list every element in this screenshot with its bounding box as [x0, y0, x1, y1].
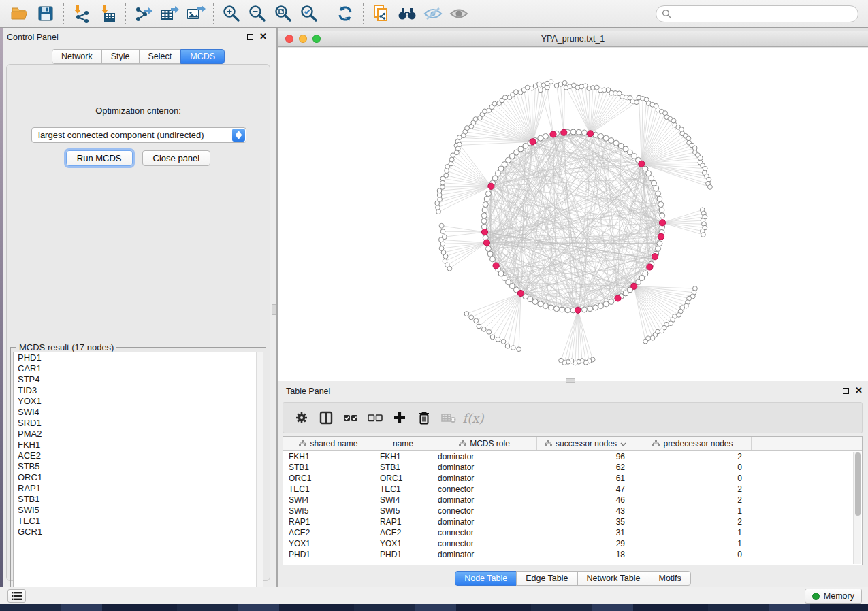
show-columns-icon[interactable] — [317, 409, 335, 427]
open-file-icon[interactable] — [7, 2, 33, 25]
table-row-PHD1[interactable]: PHD1PHD1dominator180 — [283, 549, 862, 560]
mcds-result-list[interactable]: PHD1CAR1STP4TID3YOX1SWI4SRD1PMA2FKH1ACE2… — [13, 352, 263, 597]
cell-predecessor_nodes[interactable]: 1 — [634, 538, 752, 549]
mcds-node-item[interactable]: TEC1 — [14, 516, 263, 527]
refresh-icon[interactable] — [332, 2, 358, 25]
table-row-FKH1[interactable]: FKH1FKH1dominator962 — [283, 451, 862, 462]
cell-predecessor_nodes[interactable]: 2 — [634, 484, 752, 495]
cell-predecessor_nodes[interactable]: 1 — [634, 527, 752, 538]
cell-successor_nodes[interactable]: 31 — [537, 527, 634, 538]
cell-predecessor_nodes[interactable]: 0 — [634, 549, 752, 560]
close-table-panel-icon[interactable]: ✕ — [855, 387, 863, 394]
mcds-node-item[interactable]: YOX1 — [14, 396, 263, 407]
cell-mcds_role[interactable]: dominator — [432, 516, 537, 527]
table-scrollbar-thumb[interactable] — [855, 452, 861, 516]
cell-name[interactable]: STB1 — [374, 462, 432, 473]
cell-predecessor_nodes[interactable]: 0 — [634, 462, 752, 473]
cell-name[interactable]: RAP1 — [374, 516, 432, 527]
table-row-ORC1[interactable]: ORC1ORC1dominator610 — [283, 473, 862, 484]
cell-mcds_role[interactable]: dominator — [432, 462, 537, 473]
mcds-node-item[interactable]: SRD1 — [14, 418, 263, 429]
table-settings-icon[interactable] — [293, 409, 310, 427]
search-input[interactable] — [672, 8, 852, 19]
vertical-splitter-handle[interactable] — [272, 304, 276, 315]
column-header-shared-name[interactable]: shared name — [283, 437, 374, 450]
cell-predecessor_nodes[interactable]: 1 — [634, 506, 752, 516]
cell-shared_name[interactable]: STB1 — [283, 462, 374, 473]
mcds-node-item[interactable]: FKH1 — [14, 440, 263, 450]
cell-shared_name[interactable]: FKH1 — [283, 451, 374, 462]
zoom-fit-icon[interactable] — [270, 2, 296, 25]
mcds-node-item[interactable]: SWI5 — [14, 505, 263, 516]
cell-successor_nodes[interactable]: 46 — [537, 495, 634, 506]
table-row-STB1[interactable]: STB1STB1dominator620 — [283, 462, 862, 473]
mcds-node-item[interactable]: PMA2 — [14, 429, 263, 440]
cell-shared_name[interactable]: RAP1 — [283, 516, 374, 527]
table-row-SWI4[interactable]: SWI4SWI4dominator462 — [283, 495, 862, 506]
zoom-in-icon[interactable] — [219, 2, 244, 25]
cell-successor_nodes[interactable]: 47 — [537, 484, 634, 495]
tab-motifs[interactable]: Motifs — [649, 571, 690, 586]
cell-shared_name[interactable]: YOX1 — [283, 538, 374, 549]
cell-shared_name[interactable]: ORC1 — [283, 473, 374, 484]
column-header-successor-nodes[interactable]: successor nodes — [537, 437, 634, 450]
close-panel-icon[interactable]: ✕ — [259, 33, 267, 40]
cell-name[interactable]: FKH1 — [374, 451, 432, 462]
tab-network[interactable]: Network — [52, 49, 102, 64]
cell-successor_nodes[interactable]: 96 — [537, 451, 634, 462]
run-mcds-button[interactable]: Run MCDS — [66, 150, 133, 166]
import-table-icon[interactable] — [95, 2, 120, 25]
import-network-icon[interactable] — [69, 2, 95, 25]
cell-mcds_role[interactable]: connector — [432, 527, 537, 538]
network-canvas[interactable] — [278, 48, 868, 381]
horizontal-splitter-handle[interactable] — [566, 378, 575, 383]
column-header-predecessor-nodes[interactable]: predecessor nodes — [634, 437, 752, 450]
cell-shared_name[interactable]: PHD1 — [283, 549, 374, 560]
cell-predecessor_nodes[interactable]: 0 — [634, 473, 752, 484]
cell-name[interactable]: TEC1 — [374, 484, 432, 495]
table-row-RAP1[interactable]: RAP1RAP1dominator352 — [283, 516, 862, 527]
cell-predecessor_nodes[interactable]: 2 — [634, 451, 752, 462]
hide-selected-icon[interactable] — [420, 2, 446, 25]
cell-successor_nodes[interactable]: 61 — [537, 473, 634, 484]
tab-node-table[interactable]: Node Table — [455, 571, 517, 586]
vertical-splitter[interactable] — [276, 28, 278, 587]
cell-name[interactable]: YOX1 — [374, 538, 432, 549]
first-neighbors-icon[interactable] — [394, 2, 420, 25]
cell-mcds_role[interactable]: dominator — [432, 549, 537, 560]
float-panel-icon[interactable] — [247, 34, 253, 40]
copy-network-icon[interactable] — [368, 2, 394, 25]
cell-name[interactable]: SWI5 — [374, 506, 432, 516]
mcds-node-item[interactable]: STP4 — [14, 374, 263, 385]
cell-name[interactable]: ACE2 — [374, 527, 432, 538]
export-table-icon[interactable] — [157, 2, 182, 25]
table-row-SWI5[interactable]: SWI5SWI5connector431 — [283, 506, 862, 516]
mcds-node-item[interactable]: STB5 — [14, 461, 263, 472]
float-table-panel-icon[interactable] — [843, 388, 849, 394]
cell-shared_name[interactable]: SWI4 — [283, 495, 374, 506]
cell-successor_nodes[interactable]: 43 — [537, 506, 634, 516]
criterion-dropdown[interactable]: largest connected component (undirected) — [31, 127, 246, 143]
export-image-icon[interactable] — [182, 2, 208, 25]
table-scrollbar[interactable] — [853, 452, 861, 564]
add-row-icon[interactable] — [391, 409, 408, 427]
cell-shared_name[interactable]: TEC1 — [283, 484, 374, 495]
column-header-MCDS-role[interactable]: MCDS role — [432, 437, 537, 450]
zoom-out-icon[interactable] — [244, 2, 270, 25]
cell-mcds_role[interactable]: dominator — [432, 451, 537, 462]
cell-mcds_role[interactable]: connector — [432, 506, 537, 516]
mcds-node-item[interactable]: TID3 — [14, 385, 263, 396]
select-all-icon[interactable] — [342, 409, 359, 427]
tab-select[interactable]: Select — [139, 49, 182, 64]
table-row-ACE2[interactable]: ACE2ACE2connector311 — [283, 527, 862, 538]
mcds-node-item[interactable]: ORC1 — [14, 472, 263, 483]
mcds-node-item[interactable]: SWI4 — [14, 407, 263, 418]
cell-name[interactable]: ORC1 — [374, 473, 432, 484]
mcds-node-item[interactable]: PHD1 — [14, 352, 263, 363]
cell-successor_nodes[interactable]: 18 — [537, 549, 634, 560]
zoom-selected-icon[interactable] — [296, 2, 322, 25]
save-session-icon[interactable] — [33, 2, 59, 25]
mcds-node-item[interactable]: GCR1 — [14, 527, 263, 538]
cell-shared_name[interactable]: SWI5 — [283, 506, 374, 516]
cell-predecessor_nodes[interactable]: 2 — [634, 516, 752, 527]
